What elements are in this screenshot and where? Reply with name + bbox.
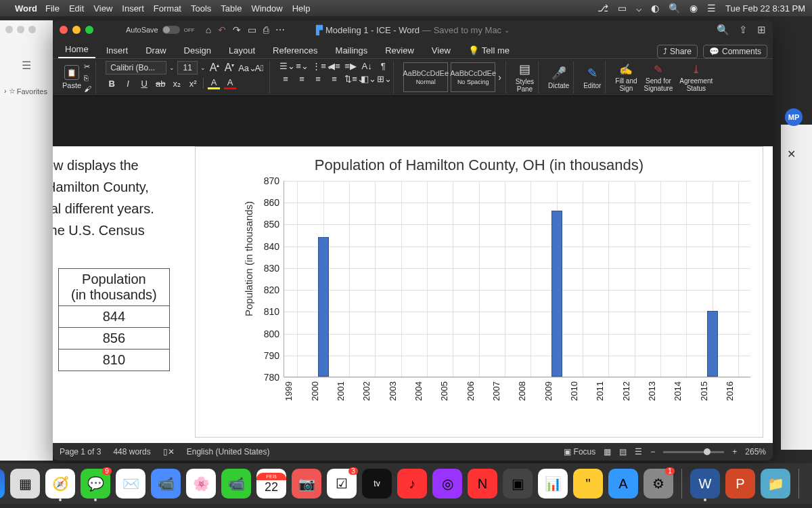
menubar-clock[interactable]: Tue Feb 22 8:31 PM bbox=[725, 3, 805, 14]
menu-table[interactable]: Table bbox=[221, 3, 242, 14]
dock-mail[interactable]: ✉️ bbox=[116, 469, 145, 499]
dock-facetime[interactable]: 📹 bbox=[221, 469, 251, 499]
undo-icon[interactable]: ↶ bbox=[218, 24, 226, 35]
line-spacing-icon[interactable]: ⇅≡⌄ bbox=[344, 74, 357, 84]
styles-more-icon[interactable]: › bbox=[498, 72, 501, 83]
body-text[interactable]: ow displays the Hamilton County, ral dif… bbox=[53, 154, 188, 241]
dock-powerpoint[interactable]: P bbox=[725, 469, 755, 499]
menu-file[interactable]: File bbox=[45, 3, 60, 14]
redo-icon[interactable]: ↷ bbox=[233, 24, 241, 35]
menu-view[interactable]: View bbox=[93, 3, 112, 14]
dock-trash[interactable]: 🗑 bbox=[807, 469, 812, 499]
font-size-select[interactable]: 11 bbox=[177, 61, 198, 75]
tab-mailings[interactable]: Mailings bbox=[329, 43, 375, 58]
dock-music[interactable]: ♪ bbox=[397, 469, 427, 499]
align-right-icon[interactable]: ≡ bbox=[312, 74, 324, 84]
chart-close-button[interactable]: ✕ bbox=[787, 148, 796, 161]
chart[interactable]: Population of Hamilton County, OH (in th… bbox=[195, 146, 763, 438]
bold-button[interactable]: B bbox=[106, 79, 118, 89]
zoom-slider[interactable] bbox=[663, 451, 724, 453]
menu-insert[interactable]: Insert bbox=[122, 3, 144, 14]
share-button[interactable]: ⤴ Share bbox=[657, 45, 698, 58]
change-case-icon[interactable]: Aa⌄ bbox=[238, 63, 250, 73]
italic-button[interactable]: I bbox=[122, 79, 134, 89]
menu-tools[interactable]: Tools bbox=[191, 3, 211, 14]
grow-font-icon[interactable]: A▴ bbox=[208, 62, 221, 74]
control-center-icon[interactable]: ◐ bbox=[651, 3, 659, 14]
word-count[interactable]: 448 words bbox=[113, 447, 150, 457]
style-no-spacing[interactable]: AaBbCcDdEe No Spacing bbox=[451, 62, 495, 92]
numbering-icon[interactable]: ≡⌄ bbox=[296, 61, 308, 71]
cut-icon[interactable]: ✂ bbox=[84, 62, 91, 71]
view-print-icon[interactable]: ▦ bbox=[604, 447, 611, 457]
text-highlight-icon[interactable]: A bbox=[208, 77, 220, 89]
tell-me[interactable]: 💡Tell me bbox=[461, 43, 516, 58]
underline-button[interactable]: U bbox=[138, 79, 150, 89]
superscript-button[interactable]: x² bbox=[187, 79, 199, 89]
dock-news[interactable]: N bbox=[468, 469, 497, 499]
borders-icon[interactable]: ⊞⌄ bbox=[377, 74, 389, 84]
dock-word[interactable]: W bbox=[690, 469, 720, 499]
tab-view[interactable]: View bbox=[425, 43, 457, 58]
shrink-font-icon[interactable]: A▾ bbox=[223, 62, 235, 74]
dock-photobooth[interactable]: 📷 bbox=[292, 469, 321, 499]
multilevel-icon[interactable]: ⋮≡⌄ bbox=[312, 61, 324, 71]
tab-insert[interactable]: Insert bbox=[99, 43, 135, 58]
siri-icon[interactable]: ◉ bbox=[690, 3, 698, 14]
strike-button[interactable]: ab bbox=[154, 79, 166, 89]
tab-layout[interactable]: Layout bbox=[222, 43, 262, 58]
dictate-button[interactable]: 🎤Dictate bbox=[548, 66, 569, 89]
dock-screenshot[interactable]: ▣ bbox=[503, 469, 533, 499]
language-indicator[interactable]: English (United States) bbox=[187, 447, 270, 457]
dock-launchpad[interactable]: ▦ bbox=[10, 469, 40, 499]
dock-messages[interactable]: 💬9 bbox=[81, 469, 110, 499]
battery-icon[interactable]: ▭ bbox=[618, 3, 627, 14]
search-icon[interactable]: 🔍 bbox=[717, 24, 729, 36]
document-area[interactable]: ow displays the Hamilton County, ral dif… bbox=[53, 115, 773, 443]
tab-design[interactable]: Design bbox=[177, 43, 218, 58]
zoom-level[interactable]: 265% bbox=[745, 447, 766, 457]
user-avatar-badge[interactable]: MP bbox=[785, 108, 803, 126]
population-table[interactable]: Population (in thousands) 844 856 810 bbox=[58, 268, 170, 371]
font-color-icon[interactable]: A bbox=[224, 77, 236, 89]
dock-finder[interactable]: 😊 bbox=[0, 469, 5, 499]
shading-icon[interactable]: ◧⌄ bbox=[361, 74, 373, 84]
dock-reminders[interactable]: ☑3 bbox=[327, 469, 357, 499]
tab-references[interactable]: References bbox=[266, 43, 324, 58]
document-title[interactable]: ▛ Modeling 1 - ICE - Word — Saved to my … bbox=[316, 25, 510, 35]
dock-zoom[interactable]: 📹 bbox=[151, 469, 181, 499]
view-web-icon[interactable]: ▤ bbox=[619, 447, 627, 457]
bullets-icon[interactable]: ☰⌄ bbox=[279, 61, 292, 71]
dock-appstore[interactable]: A bbox=[608, 469, 638, 499]
subscript-button[interactable]: x₂ bbox=[171, 79, 183, 89]
menu-edit[interactable]: Edit bbox=[69, 3, 84, 14]
dock-podcasts[interactable]: ◎ bbox=[432, 469, 462, 499]
home-icon[interactable]: ⌂ bbox=[206, 24, 211, 35]
save-icon[interactable]: ▭ bbox=[248, 24, 256, 35]
format-painter-icon[interactable]: 🖌 bbox=[84, 85, 91, 93]
favorites-label[interactable]: › ☆ Favorites bbox=[4, 87, 47, 96]
paste-icon[interactable]: 📋 bbox=[64, 65, 79, 80]
dock-safari[interactable]: 🧭 bbox=[45, 469, 75, 499]
menu-help[interactable]: Help bbox=[292, 3, 311, 14]
page-indicator[interactable]: Page 1 of 3 bbox=[60, 447, 101, 457]
dock-calendar[interactable]: FEB22 bbox=[256, 469, 286, 499]
dock-folder[interactable]: 📁 bbox=[761, 469, 790, 499]
wifi-icon[interactable]: ⌵ bbox=[636, 3, 641, 14]
editor-button[interactable]: ✎Editor bbox=[583, 66, 601, 89]
dock-freeform[interactable]: " bbox=[573, 469, 603, 499]
bluetooth-icon[interactable]: ⎇ bbox=[597, 3, 608, 14]
app-name[interactable]: Word bbox=[15, 3, 37, 14]
zoom-in-button[interactable]: + bbox=[732, 447, 737, 457]
expand-icon[interactable]: ⊞ bbox=[757, 24, 766, 36]
spellcheck-icon[interactable]: ▯✕ bbox=[163, 447, 175, 457]
notification-icon[interactable]: ☰ bbox=[707, 3, 716, 14]
pilcrow-icon[interactable]: ¶ bbox=[377, 61, 389, 71]
align-center-icon[interactable]: ≡ bbox=[296, 74, 308, 84]
send-signature-button[interactable]: ✎Send for Signature bbox=[644, 63, 673, 92]
tab-review[interactable]: Review bbox=[378, 43, 421, 58]
styles-pane-button[interactable]: ▤Styles Pane bbox=[516, 62, 534, 93]
focus-mode-button[interactable]: ▣ Focus bbox=[564, 447, 595, 457]
justify-icon[interactable]: ≡ bbox=[328, 74, 340, 84]
copy-icon[interactable]: ⎘ bbox=[84, 74, 91, 82]
